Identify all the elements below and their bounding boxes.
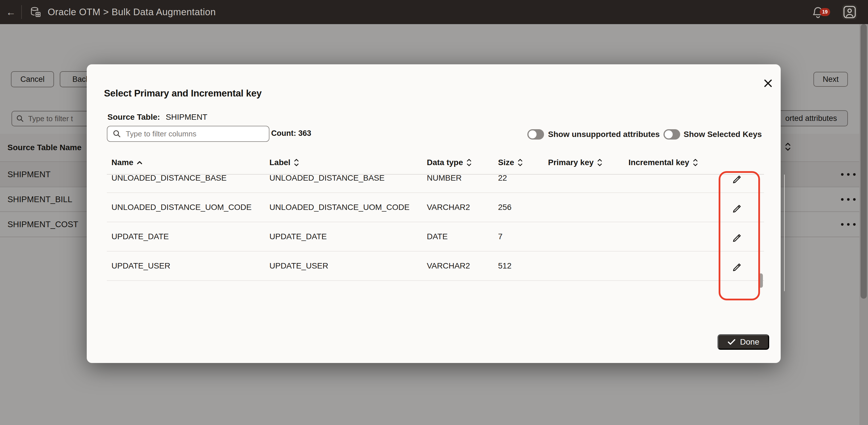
screen: Cancel Back Next Type to filter t orted … (0, 0, 868, 425)
dialog-title: Select Primary and Incremental key (104, 88, 262, 99)
show-selected-keys-toggle[interactable] (663, 129, 680, 139)
filter-columns-placeholder: Type to filter columns (126, 130, 196, 138)
edit-pencil-icon[interactable] (732, 261, 742, 271)
sort-ascending-icon (137, 160, 143, 165)
table-scrollbar-thumb[interactable] (759, 273, 763, 288)
column-header-incremental-key[interactable]: Incremental key (628, 157, 698, 168)
check-icon (727, 338, 736, 346)
source-table-line: Source Table:SHIPMENT (107, 112, 207, 122)
show-unsupported-label: Show unsupported attributes (548, 129, 660, 139)
back-arrow-icon[interactable]: ← (3, 5, 19, 20)
sort-icon (518, 159, 523, 167)
table-row[interactable]: UPDATE_DATE UPDATE_DATE DATE 7 (107, 222, 764, 252)
show-selected-keys-label: Show Selected Keys (684, 129, 762, 139)
column-header-data-type[interactable]: Data type (427, 157, 472, 168)
edit-pencil-icon[interactable] (732, 174, 742, 183)
sort-icon (693, 159, 698, 167)
show-unsupported-toggle[interactable] (527, 129, 544, 139)
divider (784, 174, 785, 291)
search-icon (113, 130, 121, 138)
toggle-knob (528, 130, 536, 138)
source-table-label: Source Table: (107, 112, 160, 122)
edit-pencil-icon[interactable] (732, 231, 742, 242)
breadcrumb-title: Oracle OTM > Bulk Data Augmentation (48, 0, 216, 24)
person-icon (843, 5, 857, 19)
database-icon (30, 6, 42, 19)
source-table-value: SHIPMENT (166, 112, 207, 122)
column-header-primary-key[interactable]: Primary key (548, 157, 602, 168)
sort-icon (466, 159, 472, 167)
account-avatar-button[interactable] (842, 5, 857, 20)
edit-pencil-icon[interactable] (732, 290, 742, 291)
columns-table-rows: UNLOADED_DISTANCE_BASE UNLOADED_DISTANCE… (107, 174, 764, 291)
count-label: Count: 363 (271, 126, 311, 141)
edit-pencil-icon[interactable] (732, 202, 742, 212)
select-keys-dialog: Select Primary and Incremental key Sourc… (87, 64, 781, 363)
sort-icon (294, 159, 299, 167)
sort-icon (597, 159, 602, 167)
done-button[interactable]: Done (717, 334, 769, 350)
app-topbar: ← Oracle OTM > Bulk Data Augmentation 19 (0, 0, 868, 24)
table-row[interactable]: UNLOADED_DISTANCE_BASE UNLOADED_DISTANCE… (107, 174, 764, 193)
divider (21, 5, 22, 19)
columns-table-viewport[interactable]: UNLOADED_DISTANCE_BASE UNLOADED_DISTANCE… (107, 174, 764, 291)
table-row[interactable]: UPDATE_USER UPDATE_USER VARCHAR2 512 (107, 252, 764, 281)
table-row[interactable]: USER_DEFINED1_ICON_GID USER_DEFINED1_ICO… (107, 281, 764, 291)
column-header-label[interactable]: Label (270, 157, 299, 168)
column-header-size[interactable]: Size (498, 157, 523, 168)
filter-columns-input[interactable]: Type to filter columns (107, 126, 270, 142)
toggle-knob (664, 130, 673, 138)
close-icon[interactable] (760, 75, 776, 91)
notification-count-badge: 19 (820, 8, 830, 16)
column-header-name[interactable]: Name (112, 157, 143, 168)
table-row[interactable]: UNLOADED_DISTANCE_UOM_CODE UNLOADED_DIST… (107, 193, 764, 222)
